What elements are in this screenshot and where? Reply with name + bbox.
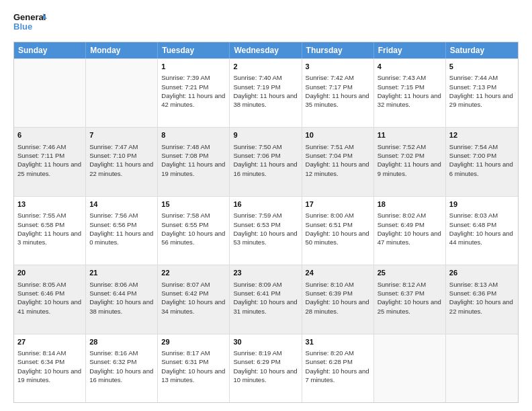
day-number: 18	[378, 199, 442, 210]
day-info: Sunset: 6:58 PM	[17, 220, 82, 229]
day-cell-1: 1Sunrise: 7:39 AMSunset: 7:21 PMDaylight…	[158, 59, 230, 127]
day-info: Sunset: 6:39 PM	[306, 289, 370, 298]
day-cell-12: 12Sunrise: 7:54 AMSunset: 7:00 PMDayligh…	[446, 128, 518, 195]
day-info: Daylight: 11 hours and 9 minutes.	[378, 160, 442, 178]
day-info: Sunset: 7:19 PM	[233, 83, 298, 91]
day-info: Sunrise: 8:14 AM	[17, 349, 82, 357]
empty-cell	[446, 334, 518, 402]
day-info: Sunset: 7:08 PM	[161, 151, 226, 160]
day-info: Sunset: 6:28 PM	[306, 357, 370, 366]
header: General Blue	[13, 11, 519, 35]
day-info: Sunrise: 8:20 AM	[306, 349, 370, 357]
day-info: Daylight: 11 hours and 38 minutes.	[233, 91, 298, 109]
calendar-body: 1Sunrise: 7:39 AMSunset: 7:21 PMDaylight…	[14, 58, 518, 402]
page: General Blue SundayMondayTuesdayWednesda…	[0, 0, 532, 411]
calendar-week-1: 1Sunrise: 7:39 AMSunset: 7:21 PMDaylight…	[14, 58, 518, 127]
day-info: Sunrise: 7:54 AM	[449, 142, 515, 151]
day-number: 30	[233, 337, 298, 347]
day-cell-19: 19Sunrise: 8:03 AMSunset: 6:48 PMDayligh…	[446, 197, 518, 265]
day-cell-6: 6Sunrise: 7:46 AMSunset: 7:11 PMDaylight…	[14, 128, 86, 195]
day-info: Sunrise: 8:19 AM	[233, 349, 298, 357]
day-info: Sunrise: 7:40 AM	[233, 73, 298, 82]
day-info: Daylight: 10 hours and 7 minutes.	[306, 367, 370, 385]
day-info: Daylight: 10 hours and 34 minutes.	[161, 298, 226, 316]
day-info: Daylight: 11 hours and 19 minutes.	[161, 160, 226, 178]
day-cell-10: 10Sunrise: 7:51 AMSunset: 7:04 PMDayligh…	[302, 128, 374, 195]
day-number: 20	[17, 268, 82, 278]
day-info: Sunset: 6:37 PM	[378, 289, 442, 298]
day-info: Daylight: 10 hours and 22 minutes.	[449, 298, 515, 316]
day-info: Daylight: 10 hours and 13 minutes.	[161, 367, 226, 385]
day-info: Sunset: 6:49 PM	[378, 220, 442, 229]
day-cell-17: 17Sunrise: 8:00 AMSunset: 6:51 PMDayligh…	[302, 197, 374, 265]
day-info: Daylight: 10 hours and 50 minutes.	[306, 229, 370, 247]
day-number: 26	[449, 268, 515, 278]
svg-text:General: General	[13, 12, 46, 22]
day-header-thursday: Thursday	[302, 42, 374, 58]
day-number: 25	[378, 268, 442, 278]
day-info: Sunrise: 8:16 AM	[89, 349, 154, 357]
day-info: Sunrise: 7:39 AM	[161, 73, 226, 82]
day-number: 10	[306, 130, 370, 140]
day-info: Sunrise: 7:58 AM	[161, 211, 226, 220]
day-info: Sunrise: 7:56 AM	[89, 211, 154, 220]
calendar-week-5: 27Sunrise: 8:14 AMSunset: 6:34 PMDayligh…	[14, 334, 518, 402]
day-info: Sunset: 7:15 PM	[378, 83, 442, 91]
day-number: 23	[233, 268, 298, 278]
day-cell-8: 8Sunrise: 7:48 AMSunset: 7:08 PMDaylight…	[158, 128, 230, 195]
day-info: Sunrise: 8:13 AM	[449, 280, 515, 289]
day-number: 17	[306, 199, 370, 210]
day-info: Daylight: 11 hours and 12 minutes.	[306, 160, 370, 178]
day-number: 9	[233, 130, 298, 140]
day-info: Sunrise: 7:46 AM	[17, 142, 82, 151]
day-info: Sunrise: 8:03 AM	[449, 211, 515, 220]
day-number: 11	[378, 130, 442, 140]
day-number: 31	[306, 337, 370, 347]
day-number: 6	[17, 130, 82, 140]
day-info: Sunset: 7:06 PM	[233, 151, 298, 160]
day-cell-2: 2Sunrise: 7:40 AMSunset: 7:19 PMDaylight…	[230, 59, 302, 127]
day-info: Sunrise: 7:59 AM	[233, 211, 298, 220]
day-header-saturday: Saturday	[446, 42, 518, 58]
day-cell-5: 5Sunrise: 7:44 AMSunset: 7:13 PMDaylight…	[446, 59, 518, 127]
day-info: Sunset: 7:10 PM	[89, 151, 154, 160]
day-cell-7: 7Sunrise: 7:47 AMSunset: 7:10 PMDaylight…	[86, 128, 158, 195]
day-info: Daylight: 11 hours and 29 minutes.	[449, 91, 515, 109]
day-cell-16: 16Sunrise: 7:59 AMSunset: 6:53 PMDayligh…	[230, 197, 302, 265]
day-number: 12	[449, 130, 515, 140]
day-info: Sunset: 6:44 PM	[89, 289, 154, 298]
day-info: Sunrise: 7:44 AM	[449, 73, 515, 82]
day-info: Daylight: 11 hours and 32 minutes.	[378, 91, 442, 109]
day-info: Sunset: 6:42 PM	[161, 289, 226, 298]
day-number: 7	[89, 130, 154, 140]
day-number: 14	[89, 199, 154, 210]
day-info: Daylight: 10 hours and 31 minutes.	[233, 298, 298, 316]
day-number: 16	[233, 199, 298, 210]
day-cell-25: 25Sunrise: 8:12 AMSunset: 6:37 PMDayligh…	[374, 265, 446, 333]
day-info: Daylight: 11 hours and 3 minutes.	[17, 229, 82, 247]
day-info: Sunset: 6:55 PM	[161, 220, 226, 229]
day-info: Sunset: 7:00 PM	[449, 151, 515, 160]
day-number: 21	[89, 268, 154, 278]
day-header-sunday: Sunday	[14, 42, 86, 58]
day-info: Sunrise: 8:10 AM	[306, 280, 370, 289]
day-info: Sunset: 6:29 PM	[233, 357, 298, 366]
day-info: Sunset: 6:31 PM	[161, 357, 226, 366]
day-info: Sunset: 7:13 PM	[449, 83, 515, 91]
day-info: Sunset: 6:53 PM	[233, 220, 298, 229]
day-number: 28	[89, 337, 154, 347]
day-number: 19	[449, 199, 515, 210]
day-cell-22: 22Sunrise: 8:07 AMSunset: 6:42 PMDayligh…	[158, 265, 230, 333]
logo-svg: General Blue	[13, 11, 47, 35]
day-info: Daylight: 11 hours and 42 minutes.	[161, 91, 226, 109]
day-number: 29	[161, 337, 226, 347]
day-info: Daylight: 11 hours and 22 minutes.	[89, 160, 154, 178]
day-info: Daylight: 10 hours and 53 minutes.	[233, 229, 298, 247]
day-info: Sunset: 7:04 PM	[306, 151, 370, 160]
day-header-wednesday: Wednesday	[230, 42, 302, 58]
day-info: Sunset: 6:46 PM	[17, 289, 82, 298]
empty-cell	[14, 59, 86, 127]
day-cell-26: 26Sunrise: 8:13 AMSunset: 6:36 PMDayligh…	[446, 265, 518, 333]
logo: General Blue	[13, 11, 47, 35]
calendar-week-3: 13Sunrise: 7:55 AMSunset: 6:58 PMDayligh…	[14, 196, 518, 265]
